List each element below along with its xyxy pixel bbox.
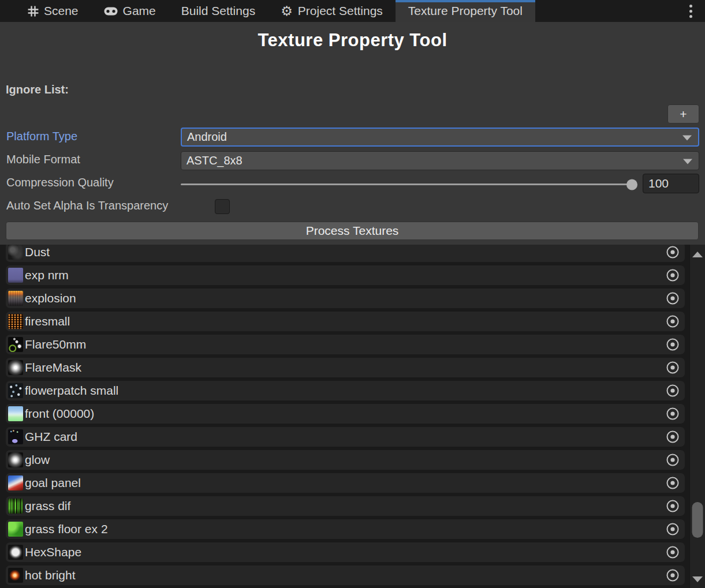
- texture-name: HexShape: [25, 545, 666, 559]
- object-picker-icon[interactable]: [666, 522, 680, 536]
- texture-name: FlareMask: [25, 361, 666, 374]
- texture-list-row[interactable]: goal panel: [6, 473, 685, 493]
- platform-type-label: Platform Type: [6, 130, 77, 143]
- texture-list-row[interactable]: firesmall: [6, 312, 685, 331]
- texture-name: front (00000): [25, 407, 666, 421]
- texture-thumbnail: [8, 406, 23, 421]
- texture-thumbnail: [8, 545, 23, 560]
- auto-set-alpha-checkbox[interactable]: [215, 199, 230, 214]
- object-picker-icon[interactable]: [666, 245, 680, 259]
- object-picker-icon[interactable]: [666, 338, 680, 351]
- texture-thumbnail: [8, 268, 23, 283]
- tab-label: Scene: [44, 4, 79, 18]
- texture-thumbnail: [8, 245, 23, 260]
- texture-thumbnail: [8, 360, 23, 375]
- object-picker-icon[interactable]: [666, 268, 680, 282]
- scrollbar[interactable]: [689, 245, 705, 588]
- texture-property-tool-panel: Texture Property Tool Ignore List: + Pla…: [0, 22, 705, 588]
- texture-list-row[interactable]: flowerpatch small: [6, 381, 685, 400]
- texture-list-row[interactable]: hot bright: [6, 565, 685, 585]
- texture-list-row[interactable]: glow: [6, 450, 685, 470]
- texture-name: goal panel: [25, 476, 666, 490]
- scroll-down-icon[interactable]: [692, 576, 703, 582]
- object-picker-icon[interactable]: [666, 568, 680, 582]
- page-title: Texture Property Tool: [0, 30, 705, 51]
- editor-tab-bar: Scene Game Build Settings ⚙ Project Sett…: [0, 0, 705, 22]
- platform-type-dropdown[interactable]: Android: [181, 128, 699, 147]
- ignore-list-label: Ignore List:: [6, 83, 69, 96]
- object-picker-icon[interactable]: [666, 291, 680, 305]
- mobile-format-dropdown[interactable]: ASTC_8x8: [181, 151, 699, 170]
- gamepad-icon: [104, 7, 118, 16]
- mobile-format-value: ASTC_8x8: [186, 154, 243, 167]
- texture-thumbnail: [8, 291, 23, 306]
- texture-list-row[interactable]: explosion: [6, 289, 685, 308]
- texture-list-row[interactable]: HexShape: [6, 542, 685, 562]
- tab-build-settings[interactable]: Build Settings: [169, 0, 268, 22]
- texture-name: Dust: [25, 245, 666, 259]
- process-textures-button[interactable]: Process Textures: [6, 222, 699, 240]
- scroll-up-icon[interactable]: [692, 252, 703, 257]
- texture-list-row[interactable]: front (00000): [6, 404, 685, 424]
- tab-label: Project Settings: [298, 4, 383, 18]
- compression-quality-label: Compression Quality: [6, 176, 114, 189]
- texture-list-viewport: Dust exp nrm explosion firesmall Flare50: [0, 245, 705, 588]
- texture-list-row[interactable]: grass floor ex 2: [6, 519, 685, 539]
- grid-icon: [28, 6, 39, 17]
- texture-name: Flare50mm: [25, 338, 666, 351]
- texture-thumbnail: [8, 314, 23, 329]
- chevron-down-icon: [682, 135, 692, 140]
- texture-name: flowerpatch small: [25, 384, 666, 398]
- object-picker-icon[interactable]: [666, 430, 680, 444]
- texture-thumbnail: [8, 337, 23, 352]
- object-picker-icon[interactable]: [666, 361, 680, 374]
- tab-texture-property-tool[interactable]: Texture Property Tool: [396, 0, 535, 22]
- object-picker-icon[interactable]: [666, 384, 680, 398]
- texture-name: firesmall: [25, 314, 666, 328]
- kebab-menu-icon[interactable]: [685, 2, 697, 20]
- tab-scene[interactable]: Scene: [15, 0, 91, 22]
- texture-thumbnail: [8, 522, 23, 537]
- texture-name: glow: [25, 453, 666, 467]
- texture-name: grass floor ex 2: [25, 522, 666, 536]
- object-picker-icon[interactable]: [666, 407, 680, 421]
- tab-label: Build Settings: [181, 4, 255, 18]
- texture-thumbnail: [8, 429, 23, 444]
- texture-list: Dust exp nrm explosion firesmall Flare50: [6, 245, 685, 588]
- gear-icon: ⚙: [281, 5, 293, 18]
- slider-handle[interactable]: [626, 179, 637, 190]
- tab-label: Texture Property Tool: [408, 4, 523, 18]
- texture-name: GHZ card: [25, 430, 666, 444]
- texture-thumbnail: [8, 568, 23, 583]
- texture-name: exp nrm: [25, 268, 666, 282]
- texture-list-row[interactable]: Flare50mm: [6, 335, 685, 354]
- texture-name: explosion: [25, 291, 666, 305]
- texture-list-row[interactable]: GHZ card: [6, 427, 685, 447]
- object-picker-icon[interactable]: [666, 476, 680, 490]
- tab-game[interactable]: Game: [91, 0, 169, 22]
- texture-list-row[interactable]: exp nrm: [6, 265, 685, 285]
- texture-thumbnail: [8, 383, 23, 398]
- texture-list-row[interactable]: Dust: [6, 245, 685, 262]
- object-picker-icon[interactable]: [666, 545, 680, 559]
- object-picker-icon[interactable]: [666, 499, 680, 513]
- platform-type-value: Android: [187, 130, 227, 144]
- chevron-down-icon: [683, 159, 692, 164]
- compression-quality-value-field[interactable]: 100: [643, 174, 699, 193]
- texture-name: grass dif: [25, 499, 666, 513]
- tab-project-settings[interactable]: ⚙ Project Settings: [268, 0, 396, 22]
- add-ignore-button[interactable]: +: [667, 104, 699, 123]
- scrollbar-thumb[interactable]: [692, 502, 703, 538]
- texture-list-row[interactable]: grass dif: [6, 496, 685, 516]
- texture-thumbnail: [8, 475, 23, 490]
- texture-list-row[interactable]: FlareMask: [6, 358, 685, 377]
- tab-label: Game: [123, 4, 156, 18]
- compression-quality-slider[interactable]: [181, 183, 637, 185]
- texture-thumbnail: [8, 499, 23, 514]
- texture-thumbnail: [8, 452, 23, 467]
- texture-name: hot bright: [25, 568, 666, 582]
- object-picker-icon[interactable]: [666, 314, 680, 328]
- compression-quality-value: 100: [648, 177, 669, 190]
- mobile-format-label: Mobile Format: [6, 153, 80, 166]
- object-picker-icon[interactable]: [666, 453, 680, 467]
